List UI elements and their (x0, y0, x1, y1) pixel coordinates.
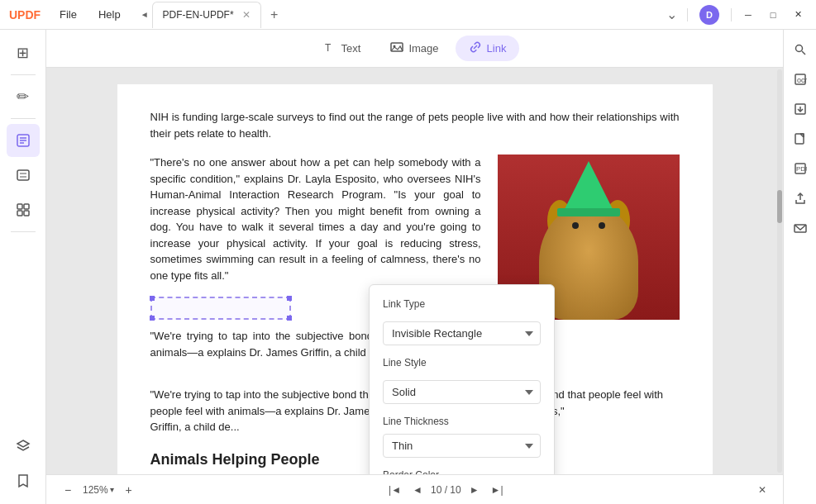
scrollbar[interactable] (776, 68, 783, 474)
text-icon: T (323, 40, 336, 56)
sidebar-bookmark[interactable] (7, 464, 40, 497)
toolbar-image-button[interactable]: Image (377, 36, 451, 61)
page-navigation: |◄ ◄ 10 / 10 ► ►| (385, 483, 506, 497)
sidebar-form[interactable] (7, 159, 40, 192)
link-selection-box[interactable] (150, 297, 291, 320)
link-type-select[interactable]: Invisible Rectangle Visible Rectangle (383, 321, 541, 345)
active-tab[interactable]: PDF-EN-UPDF* ✕ (152, 2, 261, 28)
pdf-paragraph1: NIH is funding large-scale surveys to fi… (150, 109, 680, 141)
tab-close-button[interactable]: ✕ (242, 9, 251, 21)
right-convert-button[interactable] (787, 126, 814, 152)
divider (11, 74, 36, 75)
scrollbar-track[interactable] (777, 69, 782, 473)
toolbar-text-label: Text (341, 42, 361, 55)
toolbar-text-button[interactable]: T Text (310, 36, 375, 61)
link-type-popup: Link Type Invisible Rectangle Visible Re… (369, 284, 555, 474)
main-layout: ⊞ ✏ (0, 30, 816, 504)
line-thickness-select-wrapper: Thin Medium Thick (383, 434, 541, 458)
edit-toolbar: T Text Image (46, 30, 783, 68)
svg-rect-8 (24, 204, 29, 209)
titlebar: UPDF File Help ◄ PDF-EN-UPDF* ✕ + ⌄ D ─ … (0, 0, 816, 30)
link-type-select-wrapper: Invisible Rectangle Visible Rectangle (383, 321, 541, 345)
tab-bar: ◄ PDF-EN-UPDF* ✕ + (131, 2, 661, 28)
sidebar-edit[interactable]: ✏ (7, 80, 40, 113)
right-search-button[interactable] (787, 36, 814, 63)
svg-point-15 (795, 45, 802, 52)
pdf-content: NIH is funding large-scale surveys to fi… (46, 68, 783, 474)
zoom-out-button[interactable]: − (60, 482, 76, 498)
line-thickness-select[interactable]: Thin Medium Thick (383, 434, 541, 458)
svg-rect-7 (17, 204, 22, 209)
content-wrapper: T Text Image (46, 30, 783, 504)
divider (11, 118, 36, 119)
image-icon (390, 40, 403, 56)
right-compress-button[interactable]: PDF (787, 155, 814, 182)
right-extract-button[interactable] (787, 96, 814, 122)
right-ocr-button[interactable]: ocr (787, 66, 814, 93)
tab-arrow[interactable]: ◄ (137, 10, 152, 19)
page-close-button[interactable]: ✕ (755, 483, 770, 497)
nav-first-button[interactable]: |◄ (385, 483, 404, 497)
menu-help[interactable]: Help (88, 5, 131, 24)
svg-rect-4 (17, 170, 29, 180)
new-tab-button[interactable]: + (265, 5, 284, 25)
toolbar-link-label: Link (487, 42, 507, 55)
sidebar-pages[interactable]: ⊞ (7, 36, 40, 69)
titlebar-controls: ⌄ D ─ □ ✕ (661, 3, 816, 26)
minimize-button[interactable]: ─ (737, 3, 760, 26)
zoom-percentage: 125% (83, 484, 108, 496)
sidebar-annotate[interactable] (7, 124, 40, 157)
sidebar-layers[interactable] (7, 430, 40, 463)
menu-bar: File Help (50, 5, 131, 24)
pdf-quote: "There's no one answer about how a pet c… (150, 155, 481, 283)
close-button[interactable]: ✕ (786, 3, 809, 26)
divider (11, 231, 36, 232)
overflow-button[interactable]: ⌄ (661, 3, 682, 26)
nav-next-button[interactable]: ► (466, 483, 483, 497)
line-style-select-wrapper: Solid Dashed (383, 380, 541, 404)
link-type-label: Link Type (383, 298, 541, 310)
svg-line-16 (802, 51, 805, 55)
nav-prev-button[interactable]: ◄ (409, 483, 426, 497)
pdf-col-bottom-left: "We're trying to tap into the subjective… (150, 387, 407, 435)
link-icon (469, 40, 482, 56)
line-style-select[interactable]: Solid Dashed (383, 380, 541, 404)
tab-title: PDF-EN-UPDF* (163, 9, 234, 21)
right-share-button[interactable] (787, 185, 814, 212)
toolbar-link-button[interactable]: Link (456, 36, 520, 61)
right-mail-button[interactable] (787, 215, 814, 241)
avatar[interactable]: D (699, 5, 719, 25)
toolbar-image-label: Image (408, 42, 438, 55)
scrollbar-thumb[interactable] (777, 190, 782, 223)
svg-text:PDF: PDF (796, 165, 807, 173)
page-info: 10 / 10 (431, 484, 461, 496)
zoom-in-button[interactable]: + (121, 482, 137, 498)
app-logo: UPDF (0, 8, 50, 21)
svg-text:ocr: ocr (797, 76, 807, 84)
nav-last-button[interactable]: ►| (488, 483, 507, 497)
right-sidebar: ocr PDF (783, 30, 816, 504)
separator (687, 8, 688, 21)
left-sidebar: ⊞ ✏ (0, 30, 46, 504)
svg-rect-10 (24, 211, 29, 216)
svg-text:T: T (325, 42, 332, 54)
line-thickness-label: Line Thickness (383, 416, 541, 427)
svg-marker-11 (17, 440, 29, 447)
sidebar-organize[interactable] (7, 193, 40, 226)
separator (731, 8, 732, 21)
zoom-dropdown-arrow[interactable]: ▾ (110, 485, 114, 494)
zoom-value-display[interactable]: 125% ▾ (83, 484, 114, 496)
maximize-button[interactable]: □ (761, 3, 785, 26)
line-style-label: Line Style (383, 357, 541, 368)
menu-file[interactable]: File (50, 5, 87, 24)
bottom-bar: − 125% ▾ + |◄ ◄ 10 / 10 ► ►| ✕ (46, 474, 783, 504)
svg-rect-9 (17, 211, 22, 216)
border-color-label: Border Color (383, 469, 541, 474)
